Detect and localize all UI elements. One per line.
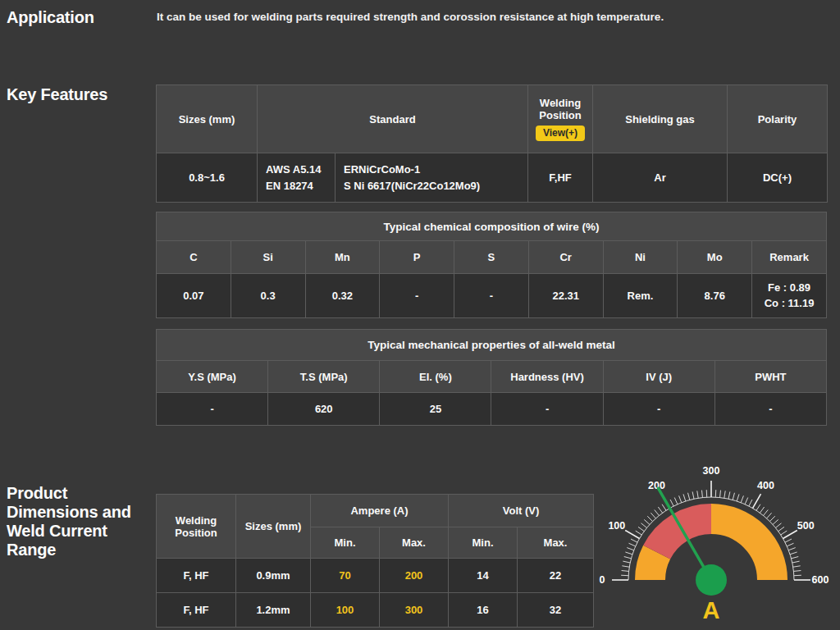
mech-table-title: Typical mechanical properties of all-wel… (157, 330, 827, 361)
chemical-composition-table: Typical chemical composition of wire (%)… (156, 212, 827, 318)
volt-max-value: 32 (518, 593, 594, 628)
current-header-welding-position: Welding Position (157, 495, 236, 559)
standard-name-line: S Ni 6617(NiCr22Co12Mo9) (344, 178, 524, 194)
view-button[interactable]: View(+) (536, 126, 585, 141)
standard-code-line: AWS A5.14 (266, 162, 331, 178)
gauge-tick (788, 548, 795, 550)
gauge-tick (658, 507, 662, 513)
chem-header: Mn (305, 241, 380, 274)
chem-table-title: Typical chemical composition of wire (%) (157, 212, 827, 241)
gauge-tick (741, 495, 743, 502)
gauge-tick (792, 561, 800, 563)
chem-remark-value: Fe : 0.89 Co : 11.19 (752, 274, 827, 318)
gauge-tick (662, 504, 666, 511)
gauge-tick (625, 552, 632, 555)
gauge-tick (674, 498, 678, 504)
chem-header: P (380, 241, 454, 274)
ampere-gauge-svg: 0100200300400500600A (597, 461, 837, 630)
volt-max-header: Max. (518, 527, 594, 559)
product-spec-page: { "colors":{ "page_bg":"#383838","header… (0, 0, 840, 630)
ampere-max-value: 300 (380, 593, 449, 628)
mech-data-row: - 620 25 - - - (157, 393, 827, 426)
spec-header-sizes: Sizes (mm) (157, 85, 258, 153)
chem-value: 0.3 (231, 274, 305, 318)
ampere-min-header: Min. (311, 527, 380, 559)
gauge-tick (638, 527, 644, 531)
volt-max-value: 22 (518, 559, 594, 593)
gauge-tick (647, 516, 652, 521)
ampere-min-value: 70 (311, 559, 380, 593)
mech-header: El. (%) (380, 361, 491, 393)
gauge-tick (655, 510, 660, 516)
current-header-ampere-group: Ampere (A) (311, 495, 449, 527)
standard-code-line: EN 18274 (266, 178, 331, 194)
ampere-max-value: 200 (380, 559, 449, 593)
gauge-unit-label: A (703, 597, 720, 623)
mech-value: 620 (268, 393, 380, 426)
chem-header: Mo (678, 241, 752, 274)
gauge-tick (629, 543, 636, 546)
gauge-tick (781, 531, 788, 535)
chem-data-row: 0.07 0.3 0.32 - - 22.31 Rem. 8.76 Fe : 0… (157, 274, 827, 318)
mech-title-row: Typical mechanical properties of all-wel… (157, 330, 827, 361)
welding-position-label: Welding Position (532, 97, 589, 121)
remark-line: Fe : 0.89 (756, 281, 823, 296)
gauge-tick (624, 557, 632, 559)
gauge-tick (756, 504, 760, 511)
volt-min-value: 14 (449, 559, 518, 593)
gauge-tick (787, 543, 793, 546)
gauge-tick (720, 491, 721, 498)
gauge-tick (688, 493, 690, 500)
chem-value: 0.07 (157, 274, 231, 318)
gauge-tick (767, 513, 772, 518)
gauge-tick-label: 0 (600, 574, 605, 586)
weld-current-table: Welding Position Sizes (mm) Ampere (A) V… (156, 494, 594, 628)
chem-header: Ni (603, 241, 678, 274)
welding-position-value: F,HF (528, 153, 593, 203)
chem-value: Rem. (603, 274, 678, 318)
gauge-tick (679, 495, 682, 502)
gauge-tick (793, 566, 801, 567)
gauge-tick-label: 200 (648, 480, 665, 491)
volt-min-header: Min. (449, 527, 518, 559)
gauge-tick (793, 571, 801, 572)
current-header-volt-group: Volt (V) (449, 495, 594, 527)
gauge-tick (636, 531, 642, 535)
gauge-tick (775, 523, 781, 528)
gauge-tick (790, 552, 797, 555)
gauge-tick-label: 500 (797, 520, 815, 532)
gauge-tick (778, 527, 784, 531)
current-row: F, HF 0.9mm 70 200 14 22 (157, 559, 594, 593)
gauge-tick (644, 519, 650, 524)
gauge-tick-label: 400 (757, 480, 774, 491)
chem-value: - (454, 274, 529, 318)
volt-min-value: 16 (449, 593, 518, 628)
application-heading: Application (7, 8, 94, 27)
gauge-tick (683, 494, 686, 501)
gauge-tick (627, 548, 633, 550)
gauge-tick (622, 571, 629, 572)
standard-codes: AWS A5.14 EN 18274 (258, 153, 336, 203)
gauge-tick (733, 493, 734, 500)
gauge-tick (651, 513, 655, 518)
mech-value: - (603, 393, 714, 426)
shielding-gas-value: Ar (593, 153, 728, 203)
chem-header: Remark (752, 241, 827, 274)
chem-value: 8.76 (678, 274, 752, 318)
spec-table: Sizes (mm) Standard Welding Position Vie… (156, 84, 828, 203)
current-row: F, HF 1.2mm 100 300 16 32 (157, 593, 594, 628)
mech-header: Y.S (MPa) (157, 361, 268, 393)
gauge-zone (651, 552, 657, 580)
chem-value: 22.31 (528, 274, 603, 318)
gauge-tick (692, 491, 694, 499)
gauge-tick (745, 498, 748, 504)
chem-header: Cr (528, 241, 603, 274)
spec-data-row: 0.8~1.6 AWS A5.14 EN 18274 ERNiCrCoMo-1 … (157, 153, 828, 203)
spec-header-polarity: Polarity (728, 85, 828, 153)
sizes-value: 0.8~1.6 (157, 153, 258, 203)
position-value: F, HF (157, 559, 236, 593)
mech-value: - (491, 393, 603, 426)
key-features-heading: Key Features (7, 85, 107, 104)
gauge-tick (670, 500, 673, 506)
chem-header: C (157, 241, 231, 274)
